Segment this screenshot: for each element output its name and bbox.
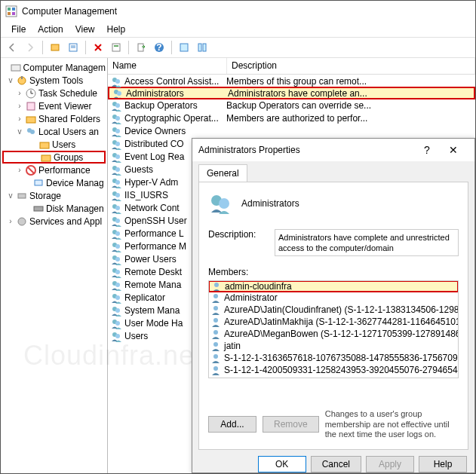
col-name[interactable]: Name: [108, 58, 227, 74]
dialog-titlebar: Administrators Properties ? ✕: [192, 139, 474, 161]
view1-button[interactable]: [176, 39, 192, 56]
svg-rect-32: [18, 194, 26, 198]
list-row[interactable]: Cryptographic Operat...Members are autho…: [108, 112, 475, 124]
svg-point-34: [18, 218, 26, 225]
user-icon: [210, 353, 221, 363]
help-button[interactable]: ?: [151, 39, 167, 56]
cancel-button[interactable]: Cancel: [311, 456, 361, 472]
list-row[interactable]: Device Owners: [108, 124, 475, 137]
tree-task-scheduler[interactable]: ›Task Schedule: [2, 87, 106, 99]
svg-rect-9: [112, 44, 120, 51]
svg-point-64: [115, 257, 120, 261]
tree-disk-management[interactable]: Disk Managen: [2, 202, 106, 215]
export-button[interactable]: [133, 39, 149, 56]
menu-file[interactable]: File: [7, 23, 30, 36]
svg-point-72: [115, 308, 120, 313]
svg-rect-16: [203, 44, 206, 51]
desc-input[interactable]: Administrators have complete and unrestr…: [275, 229, 459, 256]
apply-button[interactable]: Apply: [366, 456, 414, 472]
svg-rect-28: [41, 155, 51, 161]
group-icon: [110, 240, 122, 252]
svg-line-30: [28, 167, 34, 173]
svg-point-42: [115, 116, 120, 121]
user-icon: [210, 329, 221, 339]
list-header: Name Description: [108, 58, 475, 75]
menu-view[interactable]: View: [71, 23, 100, 36]
window-title: Computer Management: [22, 6, 117, 17]
ok-button[interactable]: OK: [258, 456, 306, 472]
member-item[interactable]: AzureAD\JatinMakhija (S-1-12-1-362774428…: [209, 316, 458, 328]
user-icon: [210, 341, 221, 351]
tree-system-tools[interactable]: vSystem Tools: [2, 74, 106, 87]
tree-groups[interactable]: Groups: [2, 151, 106, 164]
svg-point-74: [115, 321, 120, 326]
svg-point-36: [115, 79, 120, 84]
action-button[interactable]: [108, 39, 124, 56]
list-row[interactable]: AdministratorsAdministrators have comple…: [108, 87, 475, 99]
svg-point-54: [115, 193, 120, 197]
svg-point-80: [213, 294, 218, 298]
tree-root[interactable]: Computer Managem: [2, 61, 106, 74]
window-titlebar: Computer Management: [1, 1, 475, 22]
member-item[interactable]: Administrator: [209, 292, 458, 304]
group-icon: [110, 266, 122, 278]
svg-rect-33: [34, 206, 43, 211]
svg-text:?: ?: [156, 42, 161, 53]
forward-button[interactable]: [22, 39, 38, 56]
menu-help[interactable]: Help: [103, 23, 131, 36]
new-button[interactable]: [47, 39, 63, 56]
members-label: Members:: [208, 267, 459, 277]
dialog-help-button[interactable]: Help: [419, 456, 467, 472]
dialog-close-icon[interactable]: ✕: [438, 144, 468, 156]
tab-general[interactable]: General: [198, 164, 247, 182]
back-button[interactable]: [4, 39, 20, 56]
dialog-tabs: General: [198, 164, 468, 182]
membership-note: Changes to a user's group membership are…: [325, 409, 461, 440]
tree-users[interactable]: Users: [2, 138, 106, 151]
tree-storage[interactable]: vStorage: [2, 189, 106, 202]
add-button[interactable]: Add...: [208, 416, 256, 433]
svg-rect-3: [8, 12, 11, 15]
svg-point-78: [219, 198, 229, 209]
user-icon: [210, 317, 221, 327]
svg-point-83: [213, 330, 218, 335]
dialog-help-icon[interactable]: ?: [416, 144, 438, 156]
member-item[interactable]: admin-cloudinfra: [208, 280, 459, 292]
remove-button[interactable]: Remove: [263, 416, 319, 433]
menubar: File Action View Help: [1, 22, 475, 37]
svg-rect-1: [8, 8, 11, 11]
list-row[interactable]: Backup OperatorsBackup Operators can ove…: [108, 99, 475, 112]
group-icon: [110, 125, 122, 137]
member-item[interactable]: S-1-12-1-3163657618-1076735088-147855583…: [209, 352, 458, 364]
col-desc[interactable]: Description: [227, 58, 475, 74]
tree-performance[interactable]: ›Performance: [2, 164, 106, 176]
tree-shared-folders[interactable]: ›Shared Folders: [2, 112, 106, 125]
member-item[interactable]: S-1-12-1-4200509331-1258243953-392045507…: [209, 364, 458, 376]
group-icon: [110, 330, 122, 342]
svg-point-26: [30, 130, 35, 134]
view2-button[interactable]: [194, 39, 210, 56]
delete-button[interactable]: [90, 39, 106, 56]
nav-tree: Computer Managem vSystem Tools ›Task Sch…: [1, 58, 108, 473]
properties-button[interactable]: [65, 39, 81, 56]
member-item[interactable]: AzureAD\Jatin(Cloudinfranet) (S-1-12-1-1…: [209, 304, 458, 316]
group-icon: [110, 215, 122, 227]
members-list[interactable]: admin-cloudinfraAdministratorAzureAD\Jat…: [208, 280, 459, 378]
svg-point-76: [115, 334, 120, 338]
member-item[interactable]: jatin: [209, 340, 458, 352]
svg-rect-15: [198, 44, 201, 51]
tree-event-viewer[interactable]: ›Event Viewer: [2, 99, 106, 112]
group-icon: [110, 99, 122, 112]
member-item[interactable]: AzureAD\MeganBowen (S-1-12-1-1271705399-…: [209, 328, 458, 340]
svg-rect-31: [35, 180, 42, 185]
svg-rect-19: [21, 76, 23, 79]
user-icon: [210, 292, 221, 303]
list-row[interactable]: Access Control Assist...Members of this …: [108, 75, 475, 87]
tree-services[interactable]: ›Services and Appl: [2, 215, 106, 228]
tree-local-users[interactable]: vLocal Users an: [2, 125, 106, 138]
group-icon: [110, 151, 122, 163]
tree-device-manager[interactable]: Device Manag: [2, 176, 106, 189]
user-icon: [210, 304, 221, 315]
group-icon: [112, 87, 124, 99]
menu-action[interactable]: Action: [33, 23, 67, 36]
